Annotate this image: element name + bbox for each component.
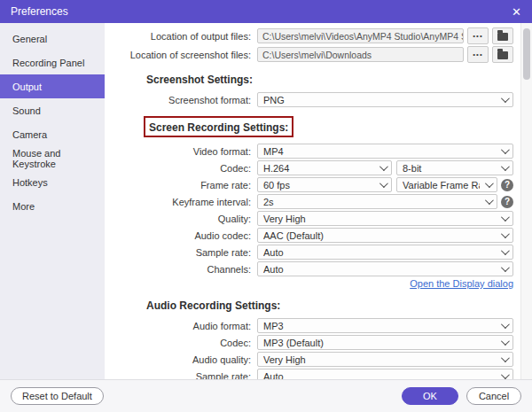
chevron-down-icon bbox=[485, 196, 494, 205]
screenshot-settings-heading: Screenshot Settings: bbox=[146, 74, 253, 86]
quality-label: Quality: bbox=[105, 214, 257, 224]
audio-codec-row: Audio codec: AAC (Default) bbox=[105, 228, 513, 243]
audio-recording-settings-heading: Audio Recording Settings: bbox=[146, 299, 280, 312]
selected-value: Variable Frame Rate bbox=[403, 180, 480, 190]
sidebar-item-sound[interactable]: Sound bbox=[0, 98, 105, 122]
close-icon[interactable]: ✕ bbox=[512, 6, 521, 18]
chevron-down-icon bbox=[501, 246, 510, 255]
selected-value: MP3 (Default) bbox=[263, 338, 496, 348]
folder-icon bbox=[497, 33, 508, 41]
footer-bar: Reset to Default OK Cancel bbox=[0, 379, 532, 412]
sample-rate-row: Sample rate: Auto bbox=[105, 245, 513, 260]
selected-value: 60 fps bbox=[263, 180, 374, 190]
quality-row: Quality: Very High bbox=[105, 211, 513, 226]
audio-codec2-row: Codec: MP3 (Default) bbox=[105, 335, 513, 350]
selected-value: Very High bbox=[263, 354, 496, 365]
selected-value: MP3 bbox=[263, 321, 496, 331]
sidebar-item-hotkeys[interactable]: Hotkeys bbox=[0, 170, 105, 194]
main-area: General Recording Panel Output Sound Cam… bbox=[0, 23, 532, 379]
chevron-down-icon bbox=[501, 320, 510, 329]
chevron-down-icon bbox=[501, 145, 510, 154]
screenshot-location-value: C:\Users\melvi\Downloads bbox=[262, 50, 372, 60]
selected-value: Auto bbox=[263, 247, 496, 258]
output-location-value: C:\Users\melvi\Videos\AnyMP4 Studio\AnyM… bbox=[262, 31, 464, 42]
chevron-down-icon bbox=[501, 337, 510, 346]
audio-sample-rate-select[interactable]: Auto bbox=[257, 369, 513, 379]
selected-value: Auto bbox=[263, 371, 496, 380]
screenshot-format-select[interactable]: PNG bbox=[257, 92, 513, 107]
selected-value: Very High bbox=[263, 214, 496, 224]
video-format-label: Video format: bbox=[105, 146, 257, 157]
audio-format-select[interactable]: MP3 bbox=[257, 318, 513, 333]
ok-button[interactable]: OK bbox=[402, 387, 458, 405]
output-browse-button[interactable]: ••• bbox=[467, 27, 489, 44]
screenshot-location-label: Location of screenshot files: bbox=[105, 50, 257, 60]
settings-panel: Location of output files: C:\Users\melvi… bbox=[105, 23, 520, 379]
video-format-select[interactable]: MP4 bbox=[257, 144, 513, 159]
preferences-dialog: Preferences ✕ General Recording Panel Ou… bbox=[0, 0, 532, 412]
titlebar: Preferences ✕ bbox=[0, 0, 532, 23]
screenshot-location-row: Location of screenshot files: C:\Users\m… bbox=[105, 46, 513, 63]
selected-value: PNG bbox=[263, 95, 496, 105]
audio-codec2-select[interactable]: MP3 (Default) bbox=[257, 335, 513, 350]
screen-recording-settings-heading: Screen Recording Settings: bbox=[149, 121, 288, 134]
sample-rate-label: Sample rate: bbox=[105, 247, 257, 258]
codec-select[interactable]: H.264 bbox=[257, 160, 392, 175]
audio-sample-rate-row: Sample rate: Auto bbox=[105, 369, 513, 379]
scrollbar[interactable] bbox=[520, 23, 532, 379]
open-display-dialog-link[interactable]: Open the Display dialog bbox=[410, 278, 513, 289]
reset-to-default-button[interactable]: Reset to Default bbox=[11, 387, 104, 405]
output-location-row: Location of output files: C:\Users\melvi… bbox=[105, 27, 513, 44]
screenshot-location-field[interactable]: C:\Users\melvi\Downloads bbox=[257, 47, 464, 62]
help-icon[interactable]: ? bbox=[501, 179, 513, 191]
quality-select[interactable]: Very High bbox=[257, 211, 513, 226]
codec-label: Codec: bbox=[105, 163, 257, 174]
output-location-label: Location of output files: bbox=[105, 31, 257, 42]
channels-select[interactable]: Auto bbox=[257, 261, 513, 276]
keyframe-interval-label: Keyframe interval: bbox=[105, 197, 257, 207]
screen-recording-highlight-box: Screen Recording Settings: bbox=[144, 116, 293, 137]
output-open-folder-button[interactable] bbox=[492, 27, 513, 44]
audio-quality-select[interactable]: Very High bbox=[257, 352, 513, 367]
sidebar: General Recording Panel Output Sound Cam… bbox=[0, 23, 105, 379]
video-format-row: Video format: MP4 bbox=[105, 144, 513, 159]
chevron-down-icon bbox=[501, 229, 510, 238]
folder-icon bbox=[497, 51, 508, 59]
sidebar-item-output[interactable]: Output bbox=[0, 74, 105, 98]
screenshot-browse-button[interactable]: ••• bbox=[467, 46, 489, 63]
window-title: Preferences bbox=[11, 5, 68, 18]
chevron-down-icon bbox=[379, 162, 388, 171]
audio-sample-rate-label: Sample rate: bbox=[105, 371, 257, 380]
audio-format-label: Audio format: bbox=[105, 321, 257, 331]
content-area: Location of output files: C:\Users\melvi… bbox=[105, 23, 532, 379]
audio-format-row: Audio format: MP3 bbox=[105, 318, 513, 333]
frame-rate-mode-select[interactable]: Variable Frame Rate bbox=[396, 177, 497, 192]
screenshot-open-folder-button[interactable] bbox=[492, 46, 513, 63]
keyframe-interval-row: Keyframe interval: 2s ? bbox=[105, 194, 513, 209]
sidebar-item-camera[interactable]: Camera bbox=[0, 122, 105, 146]
selected-value: MP4 bbox=[263, 146, 496, 157]
frame-rate-label: Frame rate: bbox=[105, 180, 257, 190]
output-location-field[interactable]: C:\Users\melvi\Videos\AnyMP4 Studio\AnyM… bbox=[257, 28, 464, 43]
codec-row: Codec: H.264 8-bit bbox=[105, 160, 513, 175]
chevron-down-icon bbox=[501, 370, 510, 379]
audio-codec-select[interactable]: AAC (Default) bbox=[257, 228, 513, 243]
help-icon[interactable]: ? bbox=[501, 196, 513, 208]
selected-value: Auto bbox=[263, 264, 496, 275]
selected-value: 8-bit bbox=[403, 163, 496, 174]
scrollbar-thumb[interactable] bbox=[523, 28, 530, 80]
bit-depth-select[interactable]: 8-bit bbox=[396, 160, 513, 175]
sidebar-item-more[interactable]: More bbox=[0, 194, 105, 218]
frame-rate-row: Frame rate: 60 fps Variable Frame Rate ? bbox=[105, 177, 513, 192]
audio-codec-label: Audio codec: bbox=[105, 230, 257, 241]
sample-rate-select[interactable]: Auto bbox=[257, 245, 513, 260]
channels-row: Channels: Auto bbox=[105, 261, 513, 276]
selected-value: 2s bbox=[263, 197, 480, 207]
sidebar-item-mouse-keystroke[interactable]: Mouse and Keystroke bbox=[0, 146, 105, 170]
sidebar-item-recording-panel[interactable]: Recording Panel bbox=[0, 51, 105, 74]
audio-codec2-label: Codec: bbox=[105, 338, 257, 348]
sidebar-item-general[interactable]: General bbox=[0, 27, 105, 51]
frame-rate-select[interactable]: 60 fps bbox=[257, 177, 392, 192]
cancel-button[interactable]: Cancel bbox=[466, 387, 521, 405]
keyframe-interval-select[interactable]: 2s bbox=[257, 194, 497, 209]
